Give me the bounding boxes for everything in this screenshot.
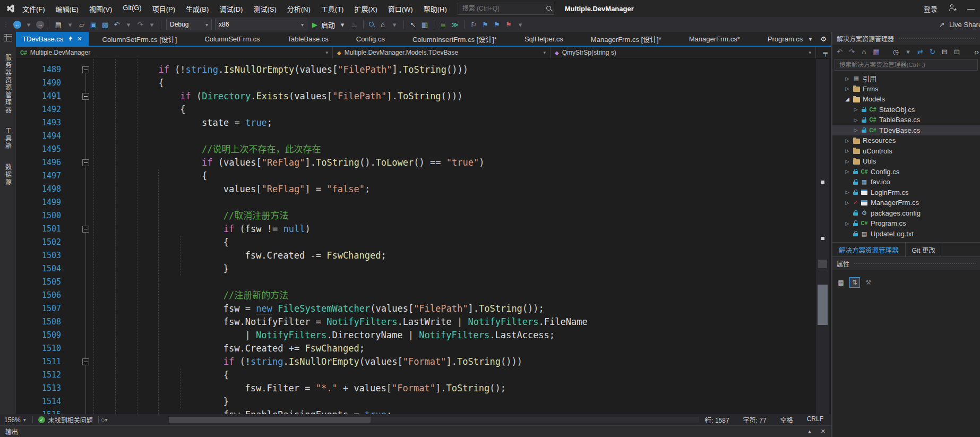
collapse-all-icon[interactable]: ⊟ [941,47,949,56]
save-icon[interactable]: ▣ [89,21,98,29]
select-pointer-icon[interactable]: ↖ [409,21,417,29]
menu-item-8[interactable]: 分析(N) [282,4,316,14]
expand-arrow-icon[interactable]: ▷ [843,221,852,226]
platform-combo[interactable]: x86▾ [215,19,307,30]
fold-collapse-icon[interactable] [82,93,89,100]
close-panel-icon[interactable]: ✕ [821,428,826,435]
diff-caret-icon[interactable]: ▾ [105,417,107,423]
forward-icon[interactable]: ↷ [848,47,856,56]
refresh-icon[interactable]: ⇄ [916,47,924,56]
breadcrumb-segment-1[interactable]: ◆Multiple.DevManager.Models.TDevBase▾ [333,47,551,58]
code-line[interactable]: 1507fsw = new FileSystemWatcher(values["… [16,302,831,315]
tree-item-program-cs[interactable]: ▷C#Program.cs [832,218,980,229]
vertical-tab-2[interactable]: 数据源 [4,164,13,186]
code-line[interactable]: 1496if (values["ReFlag"].ToString().ToLo… [16,156,831,169]
code-line[interactable]: 1500//取消注册方法 [16,209,831,222]
pin-icon[interactable] [67,35,73,43]
breadcrumb-segment-2[interactable]: ◆QmyStrSp(string s)▾ [551,47,816,58]
start-icon[interactable]: ▶ [311,21,319,29]
copy-structure-icon[interactable]: ▥ [420,21,429,29]
document-tab-1[interactable]: ColumnSetFrm.cs [设计] [89,32,191,46]
home-icon[interactable]: ⌂ [379,21,387,29]
diff-margin-icon[interactable]: ◇ [101,417,105,423]
document-health-indicator[interactable]: ✓ 未找到相关问题 [35,415,96,424]
alphabetical-sort-icon[interactable]: ⇅ [849,277,860,288]
categorized-icon[interactable]: ▦ [836,277,846,288]
redo-caret-icon[interactable]: ▾ [148,21,156,29]
code-line[interactable]: 1489if (!string.IsNullOrEmpty(values["Fi… [16,63,831,76]
menu-item-0[interactable]: 文件(F) [17,4,50,14]
menu-item-4[interactable]: 项目(P) [147,4,180,14]
code-line[interactable]: 1501if (fsw != null) [16,222,831,236]
view-code-icon[interactable]: ‹› [973,47,980,56]
expand-arrow-icon[interactable]: ▷ [843,200,852,205]
tree-item-packages-config[interactable]: ⚙packages.config [832,208,980,219]
code-line[interactable]: 1502{ [16,236,831,249]
start-caret-icon[interactable]: ▾ [338,21,347,29]
code-line[interactable]: 1494 [16,130,831,143]
minimize-button[interactable]: — [967,4,978,13]
code-line[interactable]: 1497{ [16,169,831,183]
tree-item-config-cs[interactable]: ▷C#Config.cs [832,167,980,177]
breadcrumb-segment-0[interactable]: C#Multiple.DevManager▾ [16,47,333,58]
code-line[interactable]: 1498values["ReFlag"] = "false"; [16,183,831,196]
filter-caret-icon[interactable]: ▾ [904,47,912,56]
document-tab-0[interactable]: TDevBase.cs✕ [16,32,89,46]
menu-item-5[interactable]: 生成(B) [180,4,214,14]
redo-icon[interactable]: ↷ [136,21,144,29]
split-editor-toggle[interactable]: ╤ [823,49,828,56]
code-editor[interactable]: 1489if (!string.IsNullOrEmpty(values["Fi… [16,59,831,414]
new-file-icon[interactable]: ▤ [54,21,63,29]
code-line[interactable]: 1491if (Directory.Exists(values["FilePat… [16,90,831,103]
tree-item-frms[interactable]: ▷Frms [832,84,980,95]
document-tab-6[interactable]: SqlHelper.cs [511,32,577,46]
next-bookmark-icon[interactable]: ⚑ [493,21,501,29]
document-tab-5[interactable]: ColumnInsertFrm.cs [设计]* [399,32,511,46]
live-share-button[interactable]: Live Share [949,21,980,29]
code-line[interactable]: 1514} [16,395,831,408]
new-file-caret-icon[interactable]: ▾ [66,21,74,29]
tree-item-ucontrols[interactable]: ▷uControls [832,146,980,157]
solution-search-input[interactable] [838,61,974,68]
expand-arrow-icon[interactable]: ▷ [852,127,860,133]
document-tab-8[interactable]: ManagerFrm.cs* [675,32,754,46]
code-line[interactable]: 1511if (!string.IsNullOrEmpty(values["Fo… [16,355,831,369]
account-icon[interactable] [948,4,957,13]
expand-arrow-icon[interactable]: ▷ [843,138,852,143]
zoom-selector[interactable]: 156% ▾ [0,416,30,424]
live-share-icon[interactable]: ↗ [938,21,946,29]
debug-config-combo[interactable]: Debug▾ [166,19,212,30]
output-label[interactable]: 输出 [5,427,18,436]
remove-bookmark-icon[interactable]: ⚑ [504,21,513,29]
undo-caret-icon[interactable]: ▾ [124,21,133,29]
code-line[interactable]: 1508fsw.NotifyFilter = NotifyFilters.Las… [16,315,831,329]
code-line[interactable]: 1499 [16,196,831,209]
menu-item-12[interactable]: 帮助(H) [418,4,452,14]
code-line[interactable]: 1515fsw.EnableRaisingEvents = true; [16,408,831,414]
fold-collapse-icon[interactable] [82,358,89,365]
editor-horizontal-scrollbar[interactable] [169,417,699,423]
tree-item-tdevbase-cs[interactable]: ▷C#TDevBase.cs [832,125,980,136]
code-line[interactable]: 1509| NotifyFilters.DirectoryName | Noti… [16,329,831,342]
back-caret-icon[interactable]: ▾ [24,21,33,29]
tool-window-tab-0[interactable]: 解决方案资源管理器 [832,243,906,256]
tree-item-fav-ico[interactable]: ▦fav.ico [832,177,980,187]
tree-item-tablebase-cs[interactable]: ▷C#TableBase.cs [832,115,980,125]
document-tab-2[interactable]: ColumnSetFrm.cs [191,32,273,46]
code-line[interactable]: 1492{ [16,103,831,116]
tree-item-resources[interactable]: ▷Resources [832,135,980,146]
code-line[interactable]: 1506//注册新的方法 [16,289,831,302]
tree-item-models[interactable]: ◢Models [832,94,980,105]
home-icon[interactable]: ⌂ [860,47,868,56]
fold-collapse-icon[interactable] [82,159,89,166]
navigate-forward-icon[interactable]: → [36,21,44,29]
code-line[interactable]: 1503fsw.Created -= FswChanged; [16,249,831,262]
navigate-back-icon[interactable]: ← [13,21,21,29]
menu-item-6[interactable]: 调试(D) [214,4,248,14]
tab-overflow-icon[interactable]: ▼ [807,36,813,42]
document-tab-4[interactable]: Config.cs [342,32,399,46]
search-input[interactable] [461,4,546,13]
collapse-arrow-icon[interactable]: ◢ [843,96,852,102]
menu-item-3[interactable]: Git(G) [117,4,147,14]
code-line[interactable]: 1493state = true; [16,116,831,130]
